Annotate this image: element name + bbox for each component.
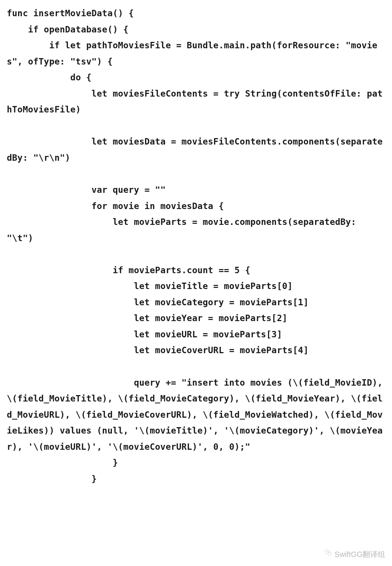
svg-point-4 — [328, 553, 329, 553]
watermark: SwiftGG翻译组 — [323, 548, 385, 561]
svg-point-0 — [325, 550, 329, 554]
watermark-label: SwiftGG翻译组 — [335, 548, 385, 561]
svg-point-5 — [330, 553, 330, 553]
wechat-icon — [323, 548, 332, 561]
svg-point-3 — [327, 551, 328, 552]
svg-point-1 — [328, 552, 331, 555]
svg-point-2 — [326, 551, 326, 552]
code-block: func insertMovieData() { if openDatabase… — [0, 0, 392, 492]
